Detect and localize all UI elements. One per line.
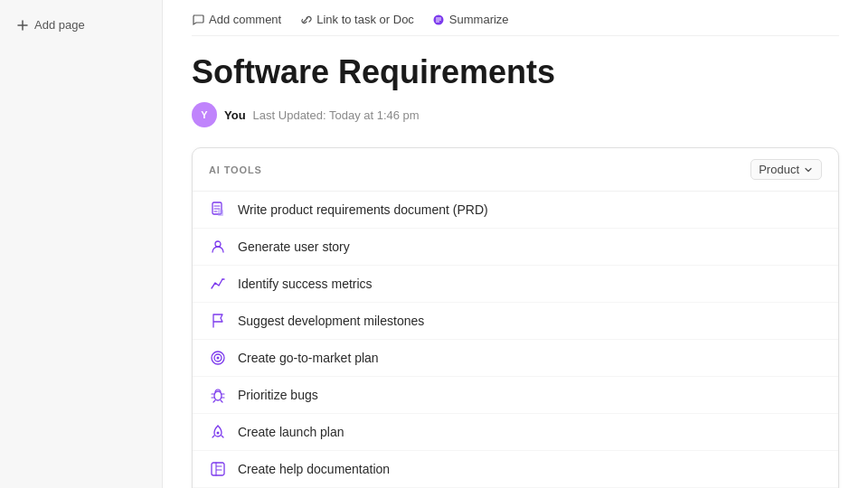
add-page-label: Add page [34,18,85,32]
add-comment-label: Add comment [209,13,281,26]
document-icon [209,201,227,219]
category-label: Product [759,163,799,176]
toolbar: Add comment Link to task or Doc Summariz… [192,0,839,36]
add-page-button[interactable]: Add page [11,14,151,35]
summarize-label: Summarize [449,13,509,26]
tool-list: Write product requirements document (PRD… [193,192,838,488]
tool-item-5[interactable]: Create go-to-market plan [193,340,838,377]
bug-icon [209,386,227,404]
tool-label-5: Create go-to-market plan [238,351,379,365]
svg-point-8 [217,357,220,360]
tool-item-2[interactable]: Generate user story [193,229,838,266]
tool-label-8: Create help documentation [238,462,390,476]
author-row: Y You Last Updated: Today at 1:46 pm [192,102,839,127]
author-name: You [224,108,246,122]
page-title: Software Requirements [192,52,839,91]
add-page-icon [16,19,29,32]
flag-icon [209,312,227,330]
tool-item-3[interactable]: Identify success metrics [193,266,838,303]
tool-label-3: Identify success metrics [238,277,373,291]
tool-label-1: Write product requirements document (PRD… [238,202,488,217]
link-to-task-button[interactable]: Link to task or Doc [299,13,414,26]
link-to-task-label: Link to task or Doc [316,13,414,26]
category-dropdown[interactable]: Product [750,159,822,180]
tool-item-4[interactable]: Suggest development milestones [193,303,838,340]
book-icon [209,460,227,478]
avatar: Y [192,102,217,127]
tool-label-6: Prioritize bugs [238,388,318,402]
tool-item-7[interactable]: Create launch plan [193,414,838,451]
main-content: Add comment Link to task or Doc Summariz… [163,0,868,488]
ai-tools-label: AI TOOLS [209,164,262,175]
summarize-button[interactable]: Summarize [432,13,509,26]
tool-item-1[interactable]: Write product requirements document (PRD… [193,192,838,229]
summarize-icon [432,14,445,26]
tool-label-4: Suggest development milestones [238,314,424,328]
ai-tools-panel: AI TOOLS Product Write product requireme… [192,147,839,488]
svg-point-10 [217,432,220,435]
target-icon [209,349,227,367]
add-comment-button[interactable]: Add comment [192,13,281,26]
svg-point-5 [215,241,221,247]
chart-icon [209,275,227,293]
link-icon [299,14,312,26]
svg-rect-11 [212,463,224,475]
svg-rect-4 [218,210,223,216]
sidebar: Add page [0,0,163,488]
chevron-down-icon [803,164,814,175]
last-updated: Last Updated: Today at 1:46 pm [253,108,420,122]
rocket-icon [209,423,227,441]
ai-tools-header: AI TOOLS Product [193,148,838,192]
tool-item-6[interactable]: Prioritize bugs [193,377,838,414]
tool-label-2: Generate user story [238,239,350,254]
tool-item-8[interactable]: Create help documentation [193,451,838,488]
comment-icon [192,14,204,26]
tool-label-7: Create launch plan [238,425,344,439]
user-icon [209,238,227,256]
